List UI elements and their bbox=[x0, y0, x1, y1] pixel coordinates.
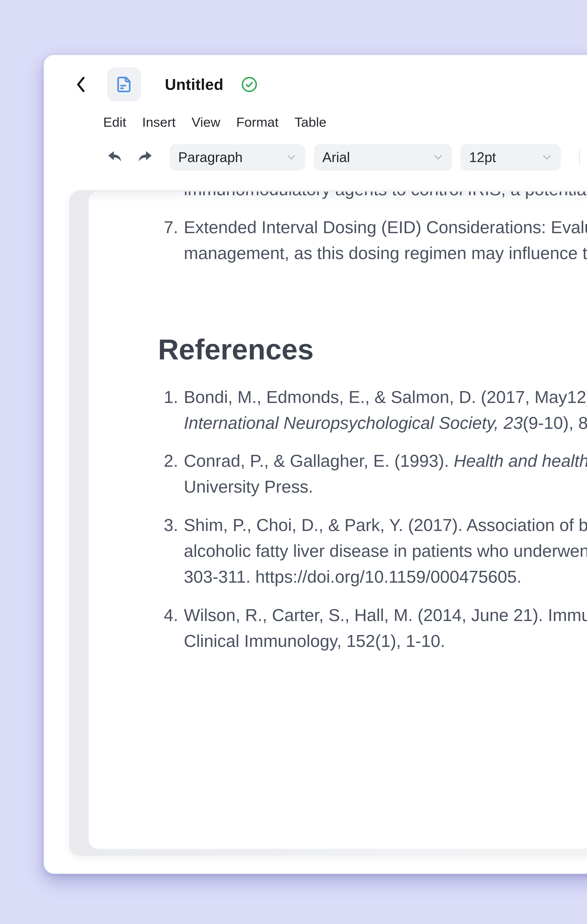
clipped-text-line: immunomodulatory agents to control IRIS,… bbox=[184, 191, 587, 202]
reference-line: 303-311. https://doi.org/10.1159/0004756… bbox=[184, 564, 587, 590]
window-header: Untitled bbox=[74, 67, 258, 102]
book-title-italic: Health and health ca bbox=[454, 451, 587, 470]
undo-button[interactable] bbox=[106, 148, 124, 166]
list-item: 7. Extended Interval Dosing (EID) Consid… bbox=[164, 214, 587, 266]
page-title: Untitled bbox=[165, 76, 223, 93]
list-item-line: management, as this dosing regimen may i… bbox=[184, 240, 587, 266]
paragraph-style-value: Paragraph bbox=[178, 149, 242, 165]
chevron-down-icon bbox=[542, 155, 551, 160]
undo-icon bbox=[106, 150, 123, 164]
reference-line-rest: (9-10), 818 bbox=[523, 413, 587, 432]
reference-line: Clinical Immunology, 152(1), 1-10. bbox=[184, 628, 587, 654]
document-content: immunomodulatory agents to control IRIS,… bbox=[89, 191, 587, 849]
reference-line: University Press. bbox=[184, 474, 587, 500]
redo-button[interactable] bbox=[137, 148, 153, 166]
references-heading: References bbox=[158, 333, 314, 366]
menu-table[interactable]: Table bbox=[295, 114, 326, 130]
reference-line-regular: Conrad, P., & Gallagher, E. (1993). bbox=[184, 451, 454, 470]
font-size-dropdown[interactable]: 12pt bbox=[460, 144, 561, 171]
list-number: 3. bbox=[164, 512, 184, 538]
list-number: 2. bbox=[164, 448, 184, 474]
font-family-dropdown[interactable]: Arial bbox=[314, 144, 452, 171]
reference-line: Shim, P., Choi, D., & Park, Y. (2017). A… bbox=[184, 512, 587, 538]
back-button[interactable] bbox=[74, 73, 88, 96]
reference-line: Bondi, M., Edmonds, E., & Salmon, D. (20… bbox=[184, 384, 587, 410]
font-family-value: Arial bbox=[322, 149, 350, 165]
saved-check-icon bbox=[241, 76, 258, 93]
reference-item: 2. Conrad, P., & Gallagher, E. (1993). H… bbox=[164, 448, 587, 500]
document-icon bbox=[114, 74, 134, 94]
menu-edit[interactable]: Edit bbox=[103, 114, 126, 130]
chevron-down-icon bbox=[434, 155, 443, 160]
list-number: 4. bbox=[164, 602, 184, 628]
reference-line: Wilson, R., Carter, S., Hall, M. (2014, … bbox=[184, 602, 587, 628]
desktop-background: Untitled Edit Insert View Format Table bbox=[0, 0, 587, 924]
journal-name-italic: International Neuropsychological Society… bbox=[184, 413, 523, 432]
list-item-line: Extended Interval Dosing (EID) Considera… bbox=[184, 214, 587, 240]
menu-bar: Edit Insert View Format Table bbox=[103, 113, 326, 131]
list-number: 1. bbox=[164, 384, 184, 410]
document-page[interactable]: immunomodulatory agents to control IRIS,… bbox=[89, 191, 587, 849]
chevron-left-icon bbox=[75, 76, 87, 93]
reference-line: alcoholic fatty liver disease in patient… bbox=[184, 538, 587, 564]
toolbar-divider bbox=[579, 149, 580, 165]
menu-insert[interactable]: Insert bbox=[142, 114, 176, 130]
document-icon-button[interactable] bbox=[107, 68, 141, 101]
reference-item: 3. Shim, P., Choi, D., & Park, Y. (2017)… bbox=[164, 512, 587, 590]
paragraph-style-dropdown[interactable]: Paragraph bbox=[170, 144, 305, 171]
reference-item: 1. Bondi, M., Edmonds, E., & Salmon, D. … bbox=[164, 384, 587, 436]
chevron-down-icon bbox=[287, 155, 296, 160]
menu-format[interactable]: Format bbox=[236, 114, 279, 130]
document-canvas: immunomodulatory agents to control IRIS,… bbox=[69, 190, 587, 856]
redo-icon bbox=[137, 150, 153, 164]
toolbar: Paragraph Arial 12pt bbox=[106, 144, 580, 171]
reference-item: 4. Wilson, R., Carter, S., Hall, M. (201… bbox=[164, 602, 587, 654]
editor-window: Untitled Edit Insert View Format Table bbox=[44, 55, 587, 874]
font-size-value: 12pt bbox=[469, 149, 496, 165]
reference-line: Conrad, P., & Gallagher, E. (1993). Heal… bbox=[184, 448, 587, 474]
reference-line: International Neuropsychological Society… bbox=[184, 410, 587, 436]
list-number: 7. bbox=[164, 214, 184, 240]
menu-view[interactable]: View bbox=[191, 114, 220, 130]
